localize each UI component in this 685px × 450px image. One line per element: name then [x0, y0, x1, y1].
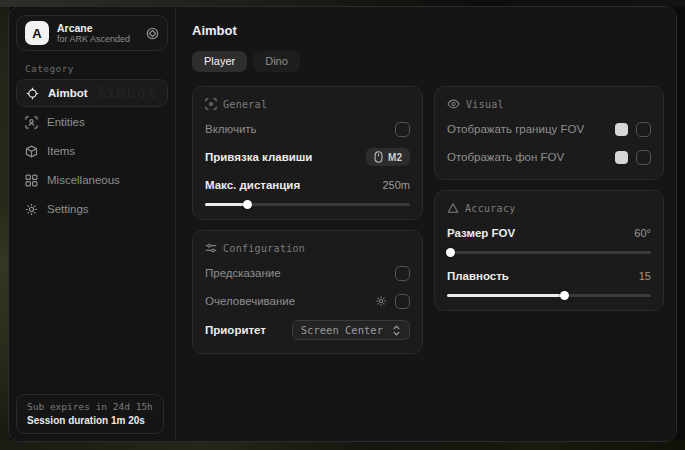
grid-icon [25, 174, 38, 187]
visual-card: Visual Отображать границу FOV Отображать… [434, 86, 664, 180]
fov-bg-label: Отображать фон FOV [447, 151, 564, 163]
sidebar-item-aimbot[interactable]: Aimbot Aimbot [16, 79, 168, 107]
humanize-label: Очеловечивание [205, 295, 295, 307]
subscription-info-box: Sub expires in 24d 15h Session duration … [16, 394, 164, 434]
sliders-icon [205, 242, 217, 254]
triangle-icon [447, 202, 459, 214]
sidebar-item-items[interactable]: Items [16, 137, 168, 165]
distance-label: Макс. дистанция [205, 179, 300, 191]
fov-border-color-swatch[interactable] [615, 123, 628, 136]
fov-size-slider-thumb[interactable] [446, 248, 455, 257]
configuration-card: Configuration Предсказание Очеловечивани… [192, 230, 423, 354]
general-card: General Включить Привязка клавиши M2 [192, 86, 423, 220]
distance-slider[interactable] [205, 203, 410, 206]
scan-target-icon [205, 98, 217, 110]
prediction-checkbox[interactable] [395, 266, 410, 281]
crosshair-icon [26, 87, 39, 100]
sidebar-nav: Aimbot Aimbot Entities Items [16, 79, 168, 223]
sidebar-item-label: Items [47, 145, 75, 157]
tab-bar: Player Dino [192, 51, 664, 72]
eye-icon [447, 98, 460, 110]
gear-icon [25, 203, 38, 216]
keybind-button[interactable]: M2 [366, 148, 410, 166]
cube-icon [25, 145, 38, 158]
session-duration-text: Session duration 1m 20s [27, 415, 153, 426]
active-item-watermark: Aimbot [97, 84, 157, 102]
smoothness-value: 15 [639, 270, 651, 282]
sidebar-item-label: Entities [47, 116, 85, 128]
app-logo: A [25, 21, 49, 45]
keybind-label: Привязка клавиши [205, 151, 312, 163]
gem-icon[interactable] [146, 27, 159, 40]
fov-border-checkbox[interactable] [636, 122, 651, 137]
sidebar: A Arcane for ARK Ascended Category Aimbo… [9, 7, 176, 441]
sidebar-item-label: Aimbot [48, 87, 88, 99]
sidebar-item-settings[interactable]: Settings [16, 195, 168, 223]
cheat-menu-window: A Arcane for ARK Ascended Category Aimbo… [8, 6, 677, 442]
sidebar-item-label: Miscellaneous [47, 174, 120, 186]
priority-dropdown[interactable]: Screen Center [292, 320, 410, 340]
sidebar-item-entities[interactable]: Entities [16, 108, 168, 136]
gear-settings-icon[interactable] [375, 295, 387, 307]
sidebar-item-label: Settings [47, 203, 89, 215]
sidebar-item-miscellaneous[interactable]: Miscellaneous [16, 166, 168, 194]
smoothness-label: Плавность [447, 270, 509, 282]
fov-bg-color-swatch[interactable] [615, 151, 628, 164]
mouse-icon [374, 151, 383, 163]
fov-size-slider[interactable] [447, 251, 651, 254]
keybind-value: M2 [388, 152, 402, 163]
category-label: Category [25, 63, 74, 74]
accuracy-card: Accuracy Размер FOV 60° Плавность 15 [434, 190, 664, 311]
main-panel: Aimbot Player Dino General Включ [176, 7, 676, 441]
prediction-label: Предсказание [205, 267, 281, 279]
sub-expires-text: Sub expires in 24d 15h [27, 401, 153, 412]
entity-scan-icon [25, 116, 38, 129]
card-title: Visual [466, 99, 504, 110]
app-name: Arcane [57, 22, 130, 34]
priority-label: Приоритет [205, 324, 266, 336]
enable-checkbox[interactable] [395, 122, 410, 137]
card-title: General [223, 99, 267, 110]
distance-slider-thumb[interactable] [243, 200, 252, 209]
unfold-icon [392, 325, 401, 336]
card-title: Accuracy [465, 203, 516, 214]
logo-card: A Arcane for ARK Ascended [16, 15, 168, 51]
tab-dino[interactable]: Dino [253, 51, 300, 72]
smoothness-slider-thumb[interactable] [560, 291, 569, 300]
app-subtitle: for ARK Ascended [57, 34, 130, 44]
card-title: Configuration [223, 243, 305, 254]
priority-value: Screen Center [301, 324, 383, 336]
humanize-checkbox[interactable] [395, 294, 410, 309]
distance-value: 250m [382, 179, 410, 191]
fov-size-value: 60° [634, 227, 651, 239]
enable-label: Включить [205, 123, 257, 135]
fov-size-label: Размер FOV [447, 227, 515, 239]
fov-border-label: Отображать границу FOV [447, 123, 584, 135]
tab-player[interactable]: Player [192, 51, 247, 72]
page-title: Aimbot [192, 23, 664, 38]
smoothness-slider[interactable] [447, 294, 651, 297]
fov-bg-checkbox[interactable] [636, 150, 651, 165]
